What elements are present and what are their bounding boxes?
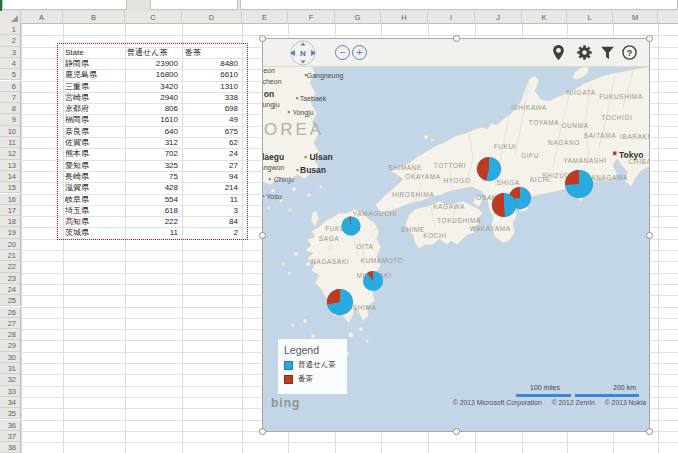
row-header-9[interactable]: 9 (0, 114, 21, 125)
city-dot (269, 178, 271, 180)
row-header-2[interactable]: 2 (0, 35, 21, 46)
column-header-C[interactable]: C (125, 11, 182, 24)
row-header-1[interactable]: 1 (0, 24, 21, 35)
row-header-3[interactable]: 3 (0, 47, 21, 58)
row-header-23[interactable]: 23 (0, 273, 21, 284)
gridline-h (21, 442, 678, 443)
column-header-A[interactable]: A (21, 11, 63, 24)
help-icon[interactable]: ? (621, 44, 638, 61)
row-header-5[interactable]: 5 (0, 69, 21, 80)
row-header-28[interactable]: 28 (0, 329, 21, 340)
select-all-corner[interactable] (0, 11, 21, 24)
row-header-34[interactable]: 34 (0, 397, 21, 408)
column-header-D[interactable]: D (182, 11, 242, 24)
column-header-L[interactable]: L (567, 11, 613, 24)
row-header-10[interactable]: 10 (0, 126, 21, 137)
map-canvas[interactable]: eoncheononungjuGangneungTaebaekYongjuORE… (263, 67, 649, 431)
formula-input[interactable] (240, 0, 678, 10)
row-header-16[interactable]: 16 (0, 194, 21, 205)
map-label-ishikawa: ISHIKAWA (511, 104, 547, 111)
resize-handle-ne[interactable] (646, 35, 653, 42)
row-header-27[interactable]: 27 (0, 318, 21, 329)
city-dot (297, 169, 299, 171)
resize-handle-sw[interactable] (259, 428, 266, 435)
row-header-33[interactable]: 33 (0, 386, 21, 397)
resize-handle-n[interactable] (453, 35, 460, 42)
scale-km-label: 200 km (613, 384, 636, 391)
row-header-31[interactable]: 31 (0, 363, 21, 374)
row-header-4[interactable]: 4 (0, 58, 21, 69)
column-header-M[interactable]: M (613, 11, 658, 24)
filter-funnel-icon[interactable] (599, 44, 616, 61)
row-header-36[interactable]: 36 (0, 420, 21, 431)
island (431, 139, 434, 142)
row-header-24[interactable]: 24 (0, 284, 21, 295)
row-header-8[interactable]: 8 (0, 103, 21, 114)
map-label-kochi: KOCHI (423, 232, 447, 239)
settings-gear-icon[interactable] (576, 44, 593, 61)
row-header-11[interactable]: 11 (0, 137, 21, 148)
row-header-20[interactable]: 20 (0, 239, 21, 250)
scale-miles-bar (516, 394, 571, 397)
row-header-17[interactable]: 17 (0, 205, 21, 216)
zoom-out-button[interactable]: − (335, 45, 350, 60)
location-pin-icon[interactable] (550, 44, 567, 61)
name-box[interactable] (2, 0, 127, 10)
row-header-22[interactable]: 22 (0, 261, 21, 272)
island (328, 246, 332, 250)
legend-item: 普通せん茶 (284, 360, 347, 370)
row-header-29[interactable]: 29 (0, 340, 21, 351)
compass-north-label: N (300, 49, 306, 58)
column-header-E[interactable]: E (242, 11, 288, 24)
map-label-ibaraki: IBARAKI (620, 133, 649, 140)
map-label-ungju: ungju (263, 101, 280, 109)
resize-handle-w[interactable] (259, 232, 266, 239)
row-header-6[interactable]: 6 (0, 81, 21, 92)
island (288, 272, 291, 275)
row-header-30[interactable]: 30 (0, 352, 21, 363)
map-label-cheon: cheon (263, 78, 282, 85)
row-header-37[interactable]: 37 (0, 431, 21, 442)
resize-handle-se[interactable] (646, 428, 653, 435)
map-label-kagawa: KAGAWA (433, 203, 465, 210)
resize-handle-e[interactable] (646, 232, 653, 239)
island-tsushima (311, 210, 319, 227)
row-header-38[interactable]: 38 (0, 442, 21, 453)
row-header-32[interactable]: 32 (0, 374, 21, 385)
column-header-I[interactable]: I (428, 11, 475, 24)
map-widget[interactable]: N − + ? (262, 38, 650, 432)
row-header-13[interactable]: 13 (0, 160, 21, 171)
pan-up-icon[interactable] (301, 43, 306, 46)
row-header-19[interactable]: 19 (0, 227, 21, 238)
row-header-25[interactable]: 25 (0, 295, 21, 306)
column-header-H[interactable]: H (381, 11, 428, 24)
row-header-15[interactable]: 15 (0, 182, 21, 193)
island (282, 263, 285, 266)
column-header-F[interactable]: F (288, 11, 335, 24)
resize-handle-s[interactable] (453, 428, 460, 435)
row-header-26[interactable]: 26 (0, 307, 21, 318)
compass-control[interactable]: N (285, 39, 321, 67)
city-dot (305, 156, 307, 158)
gridline-h (21, 35, 678, 36)
row-header-21[interactable]: 21 (0, 250, 21, 261)
resize-handle-nw[interactable] (259, 35, 266, 42)
map-label-chinju: Chinju (274, 176, 294, 184)
row-header-35[interactable]: 35 (0, 408, 21, 419)
column-header-G[interactable]: G (335, 11, 381, 24)
zoom-in-button[interactable]: + (352, 45, 367, 60)
map-copyright: © 2013 Microsoft Corporation © 2012 Zenr… (445, 399, 646, 406)
column-header-J[interactable]: J (475, 11, 522, 24)
row-header-7[interactable]: 7 (0, 92, 21, 103)
pan-down-icon[interactable] (301, 61, 306, 64)
row-header-12[interactable]: 12 (0, 148, 21, 159)
insert-function-box[interactable] (150, 0, 238, 10)
row-header-14[interactable]: 14 (0, 171, 21, 182)
column-header-B[interactable]: B (63, 11, 125, 24)
row-header-18[interactable]: 18 (0, 216, 21, 227)
island (366, 340, 369, 343)
scale-km-bar (575, 394, 639, 397)
column-header-K[interactable]: K (522, 11, 567, 24)
map-label-angwon: angwon (263, 164, 284, 172)
map-label-taebaek: Taebaek (300, 95, 327, 102)
